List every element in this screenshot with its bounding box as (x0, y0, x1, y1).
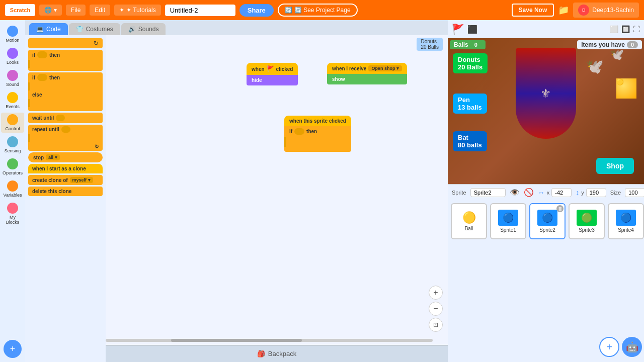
project-name-input[interactable] (165, 5, 235, 16)
file-button[interactable]: File (66, 5, 86, 16)
sprite4-icon: 🔵 (616, 210, 636, 226)
y-input[interactable] (586, 188, 606, 197)
backpack[interactable]: 🎒 Backpack (106, 345, 448, 362)
donuts-label[interactable]: Donuts 20 Balls (453, 53, 488, 73)
zoom-controls: + − ⊡ (429, 286, 443, 332)
wait-until-block[interactable]: wait until (28, 113, 103, 123)
code-area: 💻 Code 👕 Costumes 🔊 Sounds ↻ if (25, 20, 448, 362)
category-variables[interactable]: Variables (1, 179, 24, 199)
category-looks[interactable]: Looks (1, 46, 24, 66)
save-now-button[interactable]: Save Now (512, 4, 554, 17)
items-counter: Items you have 0 (577, 40, 642, 49)
horizontal-scrollbar[interactable] (106, 339, 433, 342)
stage-fullscreen-button[interactable]: ⛶ (633, 25, 640, 33)
xy-icon: ↔ (538, 189, 545, 197)
when-clone-block[interactable]: when I start as a clone (28, 164, 103, 173)
delete-clone-block[interactable]: delete this clone (28, 187, 103, 196)
refresh-icon: 🔄 (285, 7, 292, 14)
stage-shrink-button[interactable]: ⬜ (610, 25, 618, 33)
tab-sounds[interactable]: 🔊 Sounds (121, 23, 166, 35)
donuts-price: 20 Balls (458, 63, 482, 71)
add-extension-button[interactable]: + (4, 340, 22, 358)
tab-costumes[interactable]: 👕 Costumes (69, 23, 120, 35)
category-variables-label: Variables (4, 193, 22, 198)
zoom-in-button[interactable]: + (429, 286, 443, 300)
category-events[interactable]: Events (1, 90, 24, 111)
add-sprite-button[interactable]: + (599, 337, 619, 357)
canvas-label: Donuts20 Balls (417, 38, 443, 51)
sprite-sprite4[interactable]: 🔵 Sprite4 (608, 203, 644, 239)
tutorials-button[interactable]: ✦ ✦ Tutorials (114, 5, 161, 16)
size-input[interactable] (625, 188, 644, 197)
loop-block-top[interactable]: ↻ (28, 38, 103, 48)
category-looks-label: Looks (7, 60, 19, 65)
category-sound[interactable]: Sound (1, 68, 24, 88)
sprite-stage-panel: 🟡 Ball 🔵 Sprite1 🗑 🔵 Sprite2 (448, 200, 644, 362)
zoom-fit-button[interactable]: ⊡ (429, 318, 443, 332)
stage-container: 🚩 ⬛ ⬜ 🔲 ⛶ ⚜ 🕊️ 🕊️ 🟡 Balls 0 (448, 20, 644, 362)
backpack-icon: 🎒 (257, 350, 265, 357)
sprite3-icon: 🟢 (577, 210, 597, 226)
tabs-row: 💻 Code 👕 Costumes 🔊 Sounds (25, 20, 448, 35)
sprite-list: 🟡 Ball 🔵 Sprite1 🗑 🔵 Sprite2 (448, 200, 644, 362)
stage-toolbar: 🚩 ⬛ ⬜ 🔲 ⛶ (448, 20, 644, 38)
sprite-info: Sprite 👁️ 🚫 ↔ x ↕ y Size Direction (448, 184, 644, 200)
pen-label[interactable]: Pen 13 balls (453, 94, 487, 114)
sprite-name-input[interactable] (470, 188, 506, 197)
see-project-button[interactable]: 🔄 🔄 See Project Page (278, 4, 358, 17)
shop-button[interactable]: Shop (596, 158, 634, 174)
sprite-sprite1[interactable]: 🔵 Sprite1 (490, 203, 526, 239)
sprite2-label: Sprite2 (539, 227, 555, 233)
edit-button[interactable]: Edit (90, 5, 110, 16)
bird-sprite-2: 🕊️ (610, 48, 624, 61)
x-input[interactable] (551, 188, 572, 197)
y-arrow-icon: ↕ (576, 189, 579, 197)
show-toggle-button[interactable]: 👁️ (510, 188, 520, 197)
tutorials-icon: ✦ (119, 7, 124, 14)
create-clone-block[interactable]: create clone of myself ▾ (28, 175, 103, 185)
sprite-sprite2[interactable]: 🗑 🔵 Sprite2 (529, 203, 566, 239)
block-group-when-clicked[interactable]: when 🚩 clicked hide (247, 63, 298, 85)
chatbot-button[interactable]: 🤖 (622, 337, 642, 357)
avatar: D (578, 5, 589, 16)
eye-closed-icon: 🚫 (524, 188, 534, 197)
folder-button[interactable]: 📁 (558, 5, 569, 16)
sprite-ball[interactable]: 🟡 Ball (451, 203, 487, 239)
hide-toggle-button[interactable]: 🚫 (524, 188, 534, 197)
category-motion[interactable]: Motion (1, 24, 24, 44)
if-then-block-1[interactable]: if then (28, 50, 103, 71)
if-else-block[interactable]: if then else (28, 72, 103, 111)
stage-expand-button[interactable]: 🔲 (621, 25, 630, 33)
category-sound-label: Sound (6, 82, 19, 87)
category-sensing[interactable]: Sensing (1, 135, 24, 155)
y-coord-group: ↕ y (576, 188, 606, 197)
zoom-out-button[interactable]: − (429, 302, 443, 316)
category-control[interactable]: Control (1, 113, 24, 133)
category-my-blocks-label: My Blocks (3, 215, 23, 225)
pen-text: Pen (458, 96, 482, 104)
x-coord-group: ↔ x (538, 188, 572, 197)
bird-sprite-1: 🕊️ (586, 58, 604, 75)
pen-price: 13 balls (458, 104, 482, 111)
green-flag-button[interactable]: 🚩 (452, 23, 464, 35)
scratch-logo[interactable]: Scratch (5, 4, 35, 16)
globe-button[interactable]: 🌐▾ (39, 5, 62, 16)
block-palette: ↻ if then if then else (25, 35, 106, 362)
stop-button[interactable]: ⬛ (467, 25, 477, 34)
stop-all-block[interactable]: stop all ▾ (28, 152, 103, 162)
block-group-sprite-clicked[interactable]: when this sprite clicked if then (284, 116, 351, 152)
sprite2-delete-button[interactable]: 🗑 (556, 205, 564, 212)
block-group-receive[interactable]: when I receive Open shop ▾ show (327, 63, 407, 84)
sprite-sprite3[interactable]: 🟢 Sprite3 (569, 203, 605, 239)
repeat-until-block[interactable]: repeat until ↻ (28, 125, 103, 151)
donuts-text: Donuts (458, 56, 482, 63)
category-operators[interactable]: Operators (1, 157, 24, 177)
ball-sprite: 🟡 (616, 78, 636, 99)
sprite4-label: Sprite4 (618, 227, 634, 233)
sprite1-label: Sprite1 (500, 227, 516, 233)
share-button[interactable]: Share (239, 4, 274, 17)
bat-label[interactable]: Bat 80 balls (453, 131, 487, 151)
add-icon: + (606, 341, 612, 353)
category-my-blocks[interactable]: My Blocks (1, 201, 24, 226)
tab-code[interactable]: 💻 Code (29, 23, 68, 35)
